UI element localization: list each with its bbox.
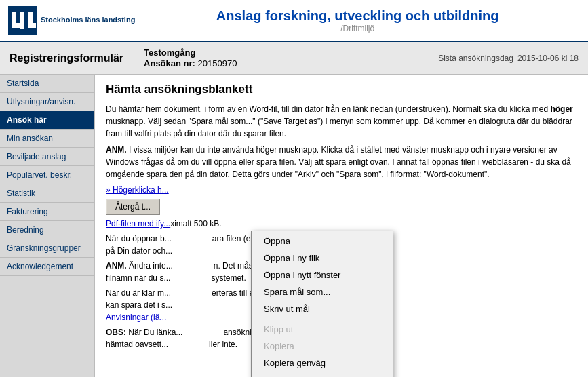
sidebar-item-acknowledgement[interactable]: Acknowledgement xyxy=(0,258,94,276)
context-menu-item-oppna[interactable]: Öppna xyxy=(252,233,393,250)
link-row: » Högerklicka h... xyxy=(106,184,577,195)
svg-rect-3 xyxy=(20,12,24,29)
regform-title: Registreringsformulär xyxy=(9,52,123,64)
sidebar-item-granskningsgrupper[interactable]: Granskningsgrupper xyxy=(0,239,94,258)
context-menu-item-spara-mal[interactable]: Spara mål som... xyxy=(252,283,393,300)
ansokan-row: Ansökan nr: 20150970 xyxy=(144,58,237,68)
atergatt-button[interactable]: Återgå t... xyxy=(106,199,160,215)
sidebar-item-beredning[interactable]: Beredning xyxy=(0,221,94,239)
context-menu-item-klipp-ut: Klipp ut xyxy=(252,321,393,338)
sidebar-item-utlysningar[interactable]: Utlysningar/anvisn. xyxy=(0,93,94,111)
sidebar-item-fakturering[interactable]: Fakturering xyxy=(0,203,94,221)
content-para1: Du hämtar hem dokument, i form av en Wor… xyxy=(106,103,577,140)
context-menu-item-kopiera-genvag[interactable]: Kopiera genväg xyxy=(252,355,393,372)
context-menu-item-skriv-ut[interactable]: Skriv ut mål xyxy=(252,300,393,317)
sidebar-item-min-ansokan[interactable]: Min ansökan xyxy=(0,130,94,148)
sidebar-item-startsida[interactable]: Startsida xyxy=(0,75,94,93)
context-menu-item-kopiera: Kopiera xyxy=(252,338,393,355)
content-heading: Hämta ansökningsblankett xyxy=(106,83,577,96)
top-form-bar: Registreringsformulär Testomgång Ansökan… xyxy=(0,42,588,75)
link-hogerklicka[interactable]: » Högerklicka h... xyxy=(106,185,169,195)
header-subtitle: /Driftmiljö xyxy=(135,24,580,33)
svg-rect-5 xyxy=(28,23,36,28)
testomgang-group: Testomgång Ansökan nr: 20150970 xyxy=(144,47,237,68)
logo-area: Stockholms läns landsting xyxy=(8,6,135,35)
svg-rect-2 xyxy=(12,23,20,28)
sidebar: Startsida Utlysningar/anvisn. Ansök här … xyxy=(0,75,95,377)
page-title: Anslag forskning, utveckling och utbildn… xyxy=(135,8,580,24)
context-menu: Öppna Öppna i ny flik Öppna i nytt fönst… xyxy=(251,231,393,377)
sidebar-item-popularvet[interactable]: Populärvet. beskr. xyxy=(0,166,94,184)
pdf-row: Pdf-filen med ify...ximalt 500 kB. xyxy=(106,219,577,229)
sista-group: Sista ansökningsdag 2015-10-06 kl 18 xyxy=(438,54,579,63)
sidebar-item-statistik[interactable]: Statistik xyxy=(0,184,94,203)
sista-label: Sista ansökningsdag xyxy=(438,54,513,63)
header-title-area: Anslag forskning, utveckling och utbildn… xyxy=(135,8,580,33)
logo-text: Stockholms läns landsting xyxy=(41,15,135,25)
ansokan-value: 20150970 xyxy=(198,58,237,68)
content-area: Hämta ansökningsblankett Du hämtar hem d… xyxy=(95,75,588,377)
context-menu-item-klistra-in: Klistra in xyxy=(252,372,393,377)
pdf-size: ximalt 500 kB. xyxy=(170,219,221,229)
main-layout: Startsida Utlysningar/anvisn. Ansök här … xyxy=(0,75,588,377)
header: Stockholms läns landsting Anslag forskni… xyxy=(0,0,588,42)
sidebar-item-beviljade[interactable]: Beviljade anslag xyxy=(0,148,94,166)
content-anm1: ANM. I vissa miljöer kan du inte använda… xyxy=(106,144,577,180)
sidebar-item-ansok-har[interactable]: Ansök här xyxy=(0,111,94,130)
context-menu-item-oppna-nytt-fonster[interactable]: Öppna i nytt fönster xyxy=(252,266,393,283)
ansokan-label: Ansökan nr: xyxy=(144,58,195,68)
sista-value: 2015-10-06 kl 18 xyxy=(517,54,579,63)
logo-icon xyxy=(8,6,37,35)
pdf-text: Pdf-filen med ify... xyxy=(106,219,170,229)
btn-row: Återgå t... xyxy=(106,199,577,215)
testomgang-label: Testomgång xyxy=(144,47,237,58)
context-menu-separator-1 xyxy=(252,319,393,319)
context-menu-item-oppna-ny-flik[interactable]: Öppna i ny flik xyxy=(252,250,393,266)
